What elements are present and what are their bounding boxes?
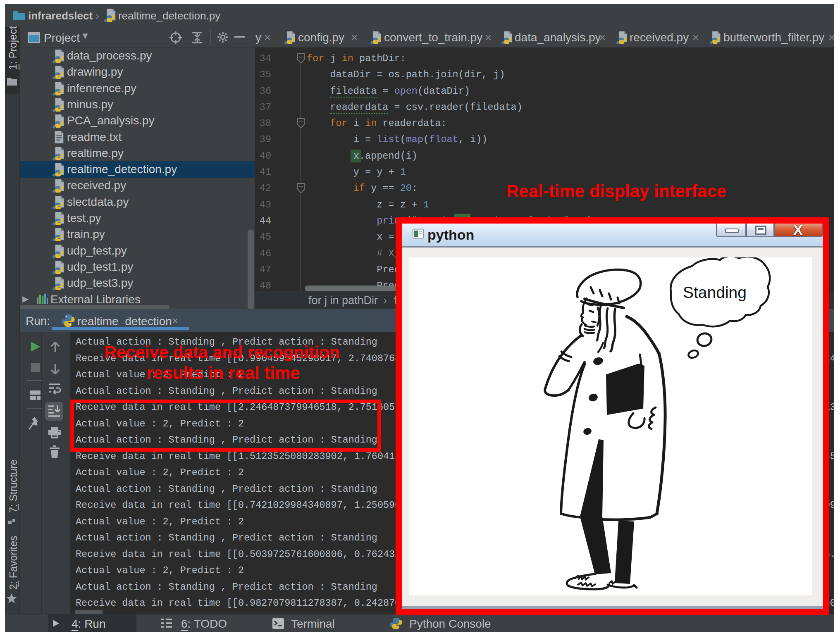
svg-text:Standing: Standing <box>683 283 747 301</box>
